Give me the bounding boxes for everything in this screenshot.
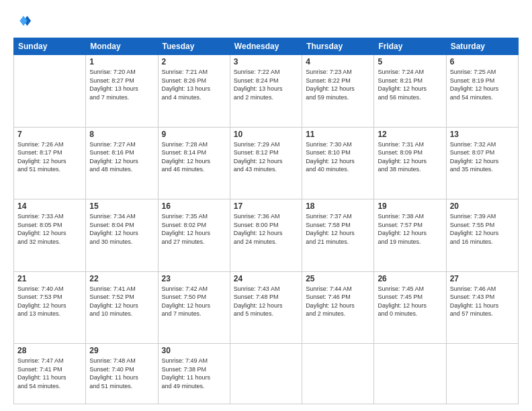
calendar-cell: 30Sunrise: 7:49 AMSunset: 7:38 PMDayligh… (158, 344, 230, 404)
calendar-cell: 10Sunrise: 7:29 AMSunset: 8:12 PMDayligh… (230, 127, 302, 199)
day-info: Sunrise: 7:33 AMSunset: 8:05 PMDaylight:… (17, 212, 82, 246)
day-number: 22 (89, 274, 154, 283)
calendar-cell: 2Sunrise: 7:21 AMSunset: 8:26 PMDaylight… (158, 55, 230, 128)
calendar-week-row: 28Sunrise: 7:47 AMSunset: 7:41 PMDayligh… (14, 344, 519, 404)
day-number: 17 (234, 201, 298, 211)
day-info: Sunrise: 7:45 AMSunset: 7:45 PMDaylight:… (378, 285, 442, 318)
logo (13, 12, 35, 31)
day-info: Sunrise: 7:23 AMSunset: 8:22 PMDaylight:… (306, 68, 370, 101)
calendar-day-header: Thursday (302, 38, 374, 55)
calendar-cell: 21Sunrise: 7:40 AMSunset: 7:53 PMDayligh… (14, 271, 86, 344)
calendar-cell: 27Sunrise: 7:46 AMSunset: 7:43 PMDayligh… (446, 271, 518, 344)
calendar-cell: 18Sunrise: 7:37 AMSunset: 7:58 PMDayligh… (302, 199, 374, 272)
calendar-cell: 28Sunrise: 7:47 AMSunset: 7:41 PMDayligh… (14, 344, 86, 404)
calendar-cell: 29Sunrise: 7:48 AMSunset: 7:40 PMDayligh… (86, 344, 158, 404)
day-number: 4 (306, 57, 370, 66)
calendar-cell (302, 344, 374, 404)
calendar-cell: 7Sunrise: 7:26 AMSunset: 8:17 PMDaylight… (14, 127, 86, 199)
logo-icon (13, 12, 32, 31)
day-number: 20 (450, 201, 515, 211)
day-number: 19 (378, 201, 442, 211)
day-number: 26 (378, 274, 442, 283)
day-number: 25 (306, 274, 370, 283)
day-info: Sunrise: 7:38 AMSunset: 7:57 PMDaylight:… (378, 212, 442, 246)
day-number: 13 (450, 130, 515, 139)
calendar-cell: 15Sunrise: 7:34 AMSunset: 8:04 PMDayligh… (86, 199, 158, 272)
calendar-cell: 20Sunrise: 7:39 AMSunset: 7:55 PMDayligh… (446, 199, 518, 272)
day-info: Sunrise: 7:22 AMSunset: 8:24 PMDaylight:… (234, 68, 298, 101)
calendar-cell: 5Sunrise: 7:24 AMSunset: 8:21 PMDaylight… (374, 55, 446, 128)
calendar-cell: 24Sunrise: 7:43 AMSunset: 7:48 PMDayligh… (230, 271, 302, 344)
calendar-cell: 25Sunrise: 7:44 AMSunset: 7:46 PMDayligh… (302, 271, 374, 344)
calendar-day-header: Monday (86, 38, 158, 55)
day-info: Sunrise: 7:34 AMSunset: 8:04 PMDaylight:… (89, 212, 154, 246)
day-info: Sunrise: 7:32 AMSunset: 8:07 PMDaylight:… (450, 140, 515, 174)
day-info: Sunrise: 7:49 AMSunset: 7:38 PMDaylight:… (162, 357, 226, 390)
calendar-day-header: Tuesday (158, 38, 230, 55)
day-number: 11 (306, 130, 370, 139)
day-info: Sunrise: 7:43 AMSunset: 7:48 PMDaylight:… (234, 285, 298, 318)
day-info: Sunrise: 7:31 AMSunset: 8:09 PMDaylight:… (378, 140, 442, 174)
day-info: Sunrise: 7:24 AMSunset: 8:21 PMDaylight:… (378, 68, 442, 101)
calendar-cell: 14Sunrise: 7:33 AMSunset: 8:05 PMDayligh… (14, 199, 86, 272)
day-info: Sunrise: 7:46 AMSunset: 7:43 PMDaylight:… (450, 285, 515, 318)
calendar-week-row: 21Sunrise: 7:40 AMSunset: 7:53 PMDayligh… (14, 271, 519, 344)
day-info: Sunrise: 7:42 AMSunset: 7:50 PMDaylight:… (162, 285, 226, 318)
calendar-cell: 22Sunrise: 7:41 AMSunset: 7:52 PMDayligh… (86, 271, 158, 344)
calendar-table: SundayMondayTuesdayWednesdayThursdayFrid… (13, 38, 519, 404)
day-number: 16 (162, 201, 226, 211)
day-number: 10 (234, 130, 298, 139)
calendar-cell (14, 55, 86, 128)
day-number: 14 (17, 201, 82, 211)
calendar-cell (374, 344, 446, 404)
day-number: 12 (378, 130, 442, 139)
day-info: Sunrise: 7:20 AMSunset: 8:27 PMDaylight:… (89, 68, 154, 101)
day-number: 18 (306, 201, 370, 211)
calendar-cell: 19Sunrise: 7:38 AMSunset: 7:57 PMDayligh… (374, 199, 446, 272)
day-info: Sunrise: 7:48 AMSunset: 7:40 PMDaylight:… (89, 357, 154, 390)
day-info: Sunrise: 7:30 AMSunset: 8:10 PMDaylight:… (306, 140, 370, 174)
day-info: Sunrise: 7:40 AMSunset: 7:53 PMDaylight:… (17, 285, 82, 318)
calendar-cell: 1Sunrise: 7:20 AMSunset: 8:27 PMDaylight… (86, 55, 158, 128)
day-info: Sunrise: 7:41 AMSunset: 7:52 PMDaylight:… (89, 285, 154, 318)
day-number: 6 (450, 57, 515, 66)
calendar-cell: 8Sunrise: 7:27 AMSunset: 8:16 PMDaylight… (86, 127, 158, 199)
calendar-cell: 4Sunrise: 7:23 AMSunset: 8:22 PMDaylight… (302, 55, 374, 128)
calendar-day-header: Sunday (14, 38, 86, 55)
day-number: 8 (89, 130, 154, 139)
day-number: 15 (89, 201, 154, 211)
calendar-week-row: 7Sunrise: 7:26 AMSunset: 8:17 PMDaylight… (14, 127, 519, 199)
day-info: Sunrise: 7:47 AMSunset: 7:41 PMDaylight:… (17, 357, 82, 390)
calendar-day-header: Friday (374, 38, 446, 55)
calendar-day-header: Wednesday (230, 38, 302, 55)
day-number: 7 (17, 130, 82, 139)
day-info: Sunrise: 7:37 AMSunset: 7:58 PMDaylight:… (306, 212, 370, 246)
calendar-cell: 12Sunrise: 7:31 AMSunset: 8:09 PMDayligh… (374, 127, 446, 199)
day-info: Sunrise: 7:44 AMSunset: 7:46 PMDaylight:… (306, 285, 370, 318)
day-number: 24 (234, 274, 298, 283)
calendar-cell: 9Sunrise: 7:28 AMSunset: 8:14 PMDaylight… (158, 127, 230, 199)
calendar-cell: 11Sunrise: 7:30 AMSunset: 8:10 PMDayligh… (302, 127, 374, 199)
day-info: Sunrise: 7:36 AMSunset: 8:00 PMDaylight:… (234, 212, 298, 246)
calendar-day-header: Saturday (446, 38, 518, 55)
day-number: 23 (162, 274, 226, 283)
calendar-cell: 26Sunrise: 7:45 AMSunset: 7:45 PMDayligh… (374, 271, 446, 344)
day-number: 29 (89, 346, 154, 355)
day-info: Sunrise: 7:21 AMSunset: 8:26 PMDaylight:… (162, 68, 226, 101)
day-number: 27 (450, 274, 515, 283)
calendar-cell: 16Sunrise: 7:35 AMSunset: 8:02 PMDayligh… (158, 199, 230, 272)
calendar-cell: 3Sunrise: 7:22 AMSunset: 8:24 PMDaylight… (230, 55, 302, 128)
calendar-week-row: 14Sunrise: 7:33 AMSunset: 8:05 PMDayligh… (14, 199, 519, 272)
day-number: 2 (162, 57, 226, 66)
day-number: 9 (162, 130, 226, 139)
day-info: Sunrise: 7:35 AMSunset: 8:02 PMDaylight:… (162, 212, 226, 246)
day-info: Sunrise: 7:26 AMSunset: 8:17 PMDaylight:… (17, 140, 82, 174)
page-header (13, 12, 519, 31)
calendar-week-row: 1Sunrise: 7:20 AMSunset: 8:27 PMDaylight… (14, 55, 519, 128)
calendar-cell: 13Sunrise: 7:32 AMSunset: 8:07 PMDayligh… (446, 127, 518, 199)
day-number: 1 (89, 57, 154, 66)
day-info: Sunrise: 7:29 AMSunset: 8:12 PMDaylight:… (234, 140, 298, 174)
day-number: 30 (162, 346, 226, 355)
day-info: Sunrise: 7:25 AMSunset: 8:19 PMDaylight:… (450, 68, 515, 101)
calendar-cell: 17Sunrise: 7:36 AMSunset: 8:00 PMDayligh… (230, 199, 302, 272)
